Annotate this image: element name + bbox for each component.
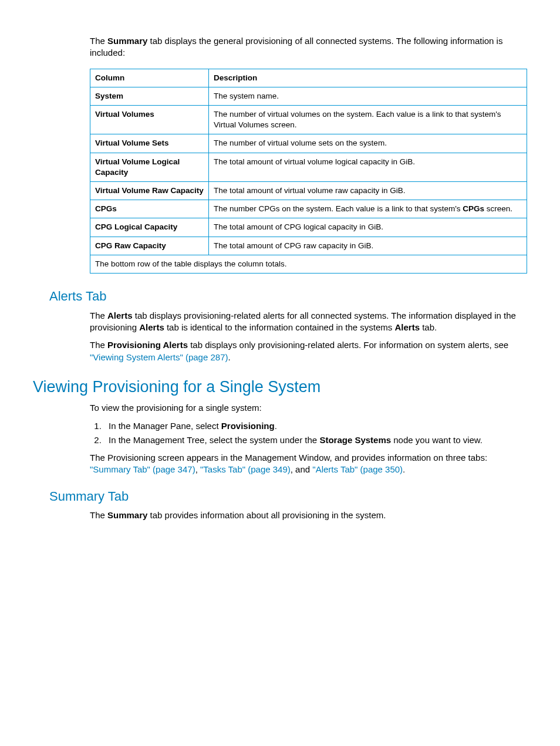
summary-tab-paragraph: The Summary tab provides information abo… — [90, 509, 527, 521]
steps-list: In the Manager Pane, select Provisioning… — [90, 420, 527, 447]
table-row: CPG Logical CapacityThe total amount of … — [90, 218, 527, 237]
viewing-intro: To view the provisioning for a single sy… — [90, 402, 527, 414]
link-summary-tab[interactable]: "Summary Tab" (page 347) — [90, 464, 195, 474]
table-header-row: Column Description — [90, 69, 527, 87]
viewing-tabs-paragraph: The Provisioning screen appears in the M… — [90, 452, 527, 476]
th-description: Description — [209, 69, 527, 87]
table-footer-row: The bottom row of the table displays the… — [90, 255, 527, 273]
column-name-cell: Virtual Volume Logical Capacity — [90, 153, 209, 181]
column-name-cell: CPG Logical Capacity — [90, 218, 209, 237]
heading-summary-tab: Summary Tab — [49, 488, 527, 505]
alerts-paragraph-2: The Provisioning Alerts tab displays onl… — [90, 339, 527, 363]
heading-viewing-single-system: Viewing Provisioning for a Single System — [33, 376, 527, 397]
column-desc-cell: The total amount of virtual volume logic… — [209, 153, 527, 181]
table-row: CPGsThe number CPGs on the system. Each … — [90, 200, 527, 218]
heading-alerts-tab: Alerts Tab — [49, 288, 527, 305]
columns-table: Column Description SystemThe system name… — [90, 69, 527, 274]
list-item: In the Management Tree, select the syste… — [104, 434, 527, 446]
alerts-paragraph-1: The Alerts tab displays provisioning-rel… — [90, 310, 527, 334]
table-row: CPG Raw CapacityThe total amount of CPG … — [90, 237, 527, 255]
column-name-cell: Virtual Volumes — [90, 105, 209, 134]
summary-intro: The Summary tab displays the general pro… — [90, 35, 527, 59]
table-row: SystemThe system name. — [90, 87, 527, 105]
column-desc-cell: The number of virtual volumes on the sys… — [209, 105, 527, 134]
column-name-cell: CPG Raw Capacity — [90, 237, 209, 255]
table-row: Virtual VolumesThe number of virtual vol… — [90, 105, 527, 134]
table-row: Virtual Volume Logical CapacityThe total… — [90, 153, 527, 181]
column-desc-cell: The system name. — [209, 87, 527, 105]
table-row: Virtual Volume SetsThe number of virtual… — [90, 134, 527, 153]
link-viewing-system-alerts[interactable]: "Viewing System Alerts" (page 287) — [90, 352, 228, 362]
list-item: In the Manager Pane, select Provisioning… — [104, 420, 527, 432]
th-column: Column — [90, 69, 209, 87]
column-name-cell: System — [90, 87, 209, 105]
link-tasks-tab[interactable]: "Tasks Tab" (page 349) — [200, 464, 291, 474]
column-name-cell: Virtual Volume Raw Capacity — [90, 182, 209, 200]
column-desc-cell: The total amount of CPG logical capacity… — [209, 218, 527, 237]
link-alerts-tab[interactable]: "Alerts Tab" (page 350) — [312, 464, 403, 474]
column-desc-cell: The number CPGs on the system. Each valu… — [209, 200, 527, 218]
column-desc-cell: The total amount of CPG raw capacity in … — [209, 237, 527, 255]
table-footer-cell: The bottom row of the table displays the… — [90, 255, 527, 273]
table-row: Virtual Volume Raw CapacityThe total amo… — [90, 182, 527, 200]
column-desc-cell: The number of virtual volume sets on the… — [209, 134, 527, 153]
column-desc-cell: The total amount of virtual volume raw c… — [209, 182, 527, 200]
column-name-cell: CPGs — [90, 200, 209, 218]
column-name-cell: Virtual Volume Sets — [90, 134, 209, 153]
